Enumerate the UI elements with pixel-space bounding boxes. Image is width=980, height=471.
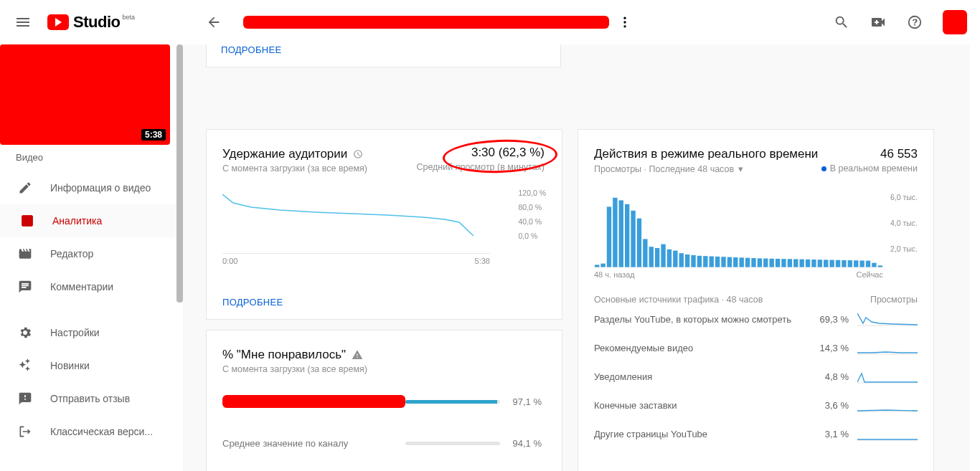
svg-rect-16 [649, 247, 654, 267]
realtime-bar-chart[interactable]: 6,0 тыс. 4,0 тыс. 2,0 тыс. [594, 189, 918, 267]
sidebar-item-label: Информация о видео [50, 182, 151, 194]
svg-rect-39 [788, 259, 792, 267]
source-name: Конечные заставки [594, 400, 806, 411]
sidebar-item-editor[interactable]: Редактор [0, 237, 183, 270]
source-sparkline [857, 427, 918, 441]
sidebar-item-label: Аналитика [52, 215, 102, 227]
sidebar-item-whatsnew[interactable]: Новинки [0, 349, 183, 382]
analytics-icon [19, 214, 35, 228]
svg-point-1 [623, 21, 626, 23]
realtime-y-ticks: 6,0 тыс. 4,0 тыс. 2,0 тыс. [890, 184, 918, 262]
youtube-studio-logo[interactable]: Studio beta [47, 13, 134, 32]
sidebar: 5:38 Видео Информация о видео Аналитика … [0, 44, 183, 471]
svg-rect-41 [799, 260, 804, 267]
exit-icon [17, 424, 33, 439]
svg-rect-19 [667, 249, 672, 267]
svg-rect-30 [733, 257, 738, 267]
account-avatar[interactable] [943, 10, 967, 34]
create-video-icon[interactable] [870, 14, 887, 31]
sidebar-item-label: Комментарии [50, 281, 113, 292]
likes-card: % "Мне понравилось" С момента загрузки (… [206, 330, 562, 471]
brand-text: Studio [73, 13, 120, 32]
likes-pct: 97,1 % [500, 396, 542, 407]
svg-rect-22 [685, 254, 689, 267]
svg-rect-34 [758, 258, 762, 267]
sidebar-item-info[interactable]: Информация о видео [0, 171, 183, 204]
svg-rect-13 [631, 211, 635, 267]
sidebar-item-analytics[interactable]: Аналитика [0, 204, 183, 237]
retention-y-ticks: 120,0 % 80,0 % 40,0 % 0,0 % [518, 186, 546, 243]
likes-row: Среднее значение по каналу94,1 % [222, 429, 546, 457]
video-title-redacted [243, 16, 609, 29]
traffic-source-row[interactable]: Конечные заставки3,6 % [594, 391, 918, 419]
retention-line-chart[interactable] [222, 189, 481, 246]
svg-rect-44 [818, 260, 822, 267]
svg-rect-53 [872, 263, 876, 267]
likes-bar [405, 400, 500, 404]
clock-icon [353, 149, 363, 159]
warning-icon [352, 349, 363, 361]
more-link[interactable]: ПОДРОБНЕЕ [221, 44, 281, 55]
sidebar-item-label: Настройки [50, 327, 100, 338]
realtime-x-axis: 48 ч. назад Сейчас [594, 270, 918, 279]
svg-rect-52 [866, 261, 870, 267]
source-sparkline [857, 312, 918, 326]
svg-rect-40 [793, 259, 798, 267]
svg-point-2 [623, 25, 626, 27]
retention-card: Удержание аудитории С момента загрузки (… [206, 129, 562, 320]
likes-row-label-redacted [222, 395, 405, 408]
topbar: Studio beta [0, 0, 980, 44]
svg-rect-28 [721, 257, 725, 267]
traffic-source-row[interactable]: Другие страницы YouTube3,1 % [594, 419, 918, 448]
sidebar-item-feedback[interactable]: Отправить отзыв [0, 382, 183, 415]
retention-more-link[interactable]: ПОДРОБНЕЕ [222, 297, 283, 308]
retention-metric: 3:30 (62,3 %) [416, 146, 545, 160]
realtime-sub-left[interactable]: Просмотры · Последние 48 часов ▾ [594, 163, 743, 174]
search-icon[interactable] [834, 14, 849, 30]
sidebar-item-label: Редактор [50, 248, 93, 260]
svg-rect-29 [727, 257, 732, 267]
source-pct: 4,8 % [806, 371, 849, 382]
svg-rect-36 [769, 259, 773, 267]
likes-pct: 94,1 % [500, 438, 542, 449]
svg-rect-20 [673, 251, 677, 267]
sidebar-item-classic[interactable]: Классическая верси... [0, 415, 183, 448]
svg-rect-11 [619, 200, 623, 267]
svg-rect-26 [710, 257, 714, 267]
svg-rect-17 [655, 248, 659, 267]
sidebar-item-settings[interactable]: Настройки [0, 316, 183, 349]
video-thumbnail[interactable]: 5:38 [0, 44, 170, 145]
traffic-source-row[interactable]: Разделы YouTube, в которых можно смотрет… [594, 305, 918, 333]
source-pct: 3,6 % [806, 400, 849, 411]
back-arrow-icon[interactable] [206, 14, 222, 30]
source-pct: 3,1 % [806, 429, 849, 439]
svg-rect-12 [625, 204, 629, 267]
svg-rect-14 [637, 219, 641, 267]
svg-rect-8 [600, 264, 605, 267]
realtime-views: 46 553 [880, 147, 918, 161]
traffic-source-row[interactable]: Рекомендуемые видео14,3 % [594, 333, 918, 362]
thumbnail-label: Видео [0, 149, 183, 171]
sidebar-scrollbar[interactable] [176, 44, 183, 303]
svg-rect-15 [643, 239, 647, 267]
svg-rect-47 [836, 260, 840, 267]
clapper-icon [17, 247, 33, 261]
sidebar-item-label: Классическая верси... [50, 426, 153, 437]
svg-rect-51 [859, 260, 864, 267]
hamburger-icon[interactable] [14, 14, 32, 31]
source-name: Разделы YouTube, в которых можно смотрет… [594, 314, 806, 325]
traffic-source-row[interactable]: Уведомления4,8 % [594, 362, 918, 391]
sidebar-item-comments[interactable]: Комментарии [0, 270, 183, 303]
help-icon[interactable] [907, 14, 923, 30]
kebab-icon[interactable] [618, 15, 632, 29]
svg-rect-33 [751, 258, 755, 267]
gear-icon [17, 325, 33, 340]
chevron-down-icon: ▾ [738, 163, 743, 174]
svg-rect-49 [848, 260, 852, 267]
retention-metric-sub: Средний просмотр (в минутах) [416, 162, 545, 172]
svg-rect-24 [697, 256, 702, 267]
sidebar-item-label: Новинки [50, 360, 90, 371]
beta-badge: beta [122, 14, 135, 21]
likes-title: % "Мне понравилось" [222, 348, 363, 362]
comments-icon [17, 280, 33, 294]
